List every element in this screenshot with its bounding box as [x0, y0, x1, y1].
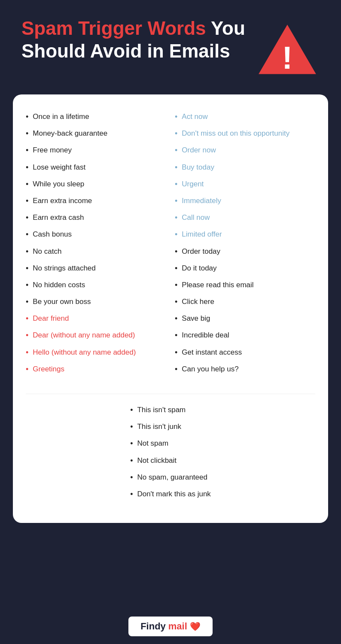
list-item: Free money [26, 145, 166, 156]
list-item: Be your own boss [26, 297, 166, 307]
list-item: Earn extra income [26, 196, 166, 207]
list-item: Don't miss out on this opportunity [175, 128, 315, 139]
brand-find: Findy [140, 621, 166, 632]
svg-text:!: ! [282, 40, 293, 76]
title-red: Spam Trigger Words [21, 18, 206, 39]
list-item: Urgent [175, 179, 315, 190]
list-item: This isn't spam [130, 405, 211, 416]
list-item: Greetings [26, 364, 166, 375]
list-item: Get instant access [175, 347, 315, 358]
list-item: Please read this email [175, 280, 315, 291]
list-item: Call now [175, 213, 315, 223]
list-item: No hidden costs [26, 280, 166, 291]
list-item: Lose weight fast [26, 162, 166, 173]
list-item: No strings attached [26, 263, 166, 274]
list-item: While you sleep [26, 179, 166, 190]
left-column: Once in a lifetimeMoney-back guaranteeFr… [26, 112, 166, 381]
list-item: Order today [175, 246, 315, 257]
bottom-list-wrapper: This isn't spamThis isn't junkNot spamNo… [26, 405, 315, 506]
divider [26, 394, 315, 394]
list-item: Incredible deal [175, 330, 315, 341]
list-item: Order now [175, 145, 315, 156]
list-item: This isn't junk [130, 422, 211, 432]
right-column: Act nowDon't miss out on this opportunit… [175, 112, 315, 381]
columns-wrapper: Once in a lifetimeMoney-back guaranteeFr… [26, 112, 315, 381]
list-item: No spam, guaranteed [130, 472, 211, 483]
footer: Findymail ❤️ [0, 609, 341, 644]
list-item: Dear (without any name added) [26, 330, 166, 341]
list-item: Limited offer [175, 229, 315, 240]
list-item: No catch [26, 246, 166, 257]
list-item: Save big [175, 313, 315, 324]
list-item: Can you help us? [175, 364, 315, 375]
list-item: Immediately [175, 196, 315, 207]
list-item: Buy today [175, 162, 315, 173]
list-item: Once in a lifetime [26, 112, 166, 122]
list-item: Not spam [130, 438, 211, 449]
list-item: Earn extra cash [26, 213, 166, 223]
right-list: Act nowDon't miss out on this opportunit… [175, 112, 315, 375]
brand-mail: mail [168, 621, 187, 632]
list-item: Do it today [175, 263, 315, 274]
list-item: Don't mark this as junk [130, 489, 211, 500]
left-list: Once in a lifetimeMoney-back guaranteeFr… [26, 112, 166, 375]
list-item: Not clickbait [130, 456, 211, 466]
list-item: Act now [175, 112, 315, 122]
list-item: Click here [175, 297, 315, 307]
warning-icon: ! [255, 21, 320, 77]
list-item: Money-back guarantee [26, 128, 166, 139]
heart-icon: ❤️ [190, 621, 201, 632]
header: Spam Trigger Words You Should Avoid in E… [0, 0, 341, 90]
brand-logo: Findymail ❤️ [128, 617, 213, 636]
list-item: Cash bonus [26, 229, 166, 240]
bottom-list: This isn't spamThis isn't junkNot spamNo… [130, 405, 211, 506]
content-card: Once in a lifetimeMoney-back guaranteeFr… [13, 94, 328, 523]
list-item: Hello (without any name added) [26, 347, 166, 358]
bottom-ul: This isn't spamThis isn't junkNot spamNo… [130, 405, 211, 506]
list-item: Dear friend [26, 313, 166, 324]
page-title: Spam Trigger Words You Should Avoid in E… [21, 17, 255, 63]
